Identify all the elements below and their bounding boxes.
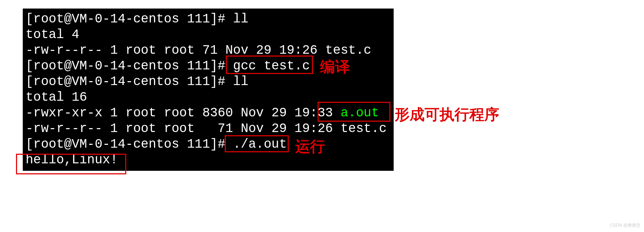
terminal-line: [root@VM-0-14-centos 111]# ./a.out	[26, 137, 391, 152]
annotation-executable: 形成可执行程序	[395, 105, 499, 125]
file-perms: -rwxr-xr-x 1 root root 8360 Nov 29 19:33	[26, 106, 341, 120]
terminal-line: [root@VM-0-14-centos 111]# ll	[26, 11, 391, 27]
terminal-window[interactable]: [root@VM-0-14-centos 111]# ll total 4 -r…	[23, 9, 394, 171]
watermark-text: CSDN @唐唐思	[610, 222, 640, 228]
annotation-compile: 编译	[320, 57, 350, 77]
terminal-output: -rw-r--r-- 1 root root 71 Nov 29 19:26 t…	[26, 121, 391, 137]
highlight-box-aout	[318, 102, 390, 122]
command-text: ll	[233, 12, 248, 26]
annotation-run: 运行	[295, 137, 325, 157]
prompt: [root@VM-0-14-centos 111]#	[26, 12, 233, 26]
prompt: [root@VM-0-14-centos 111]#	[26, 137, 233, 152]
prompt: [root@VM-0-14-centos 111]#	[26, 59, 233, 73]
terminal-output: -rw-r--r-- 1 root root 71 Nov 29 19:26 t…	[26, 43, 391, 58]
highlight-box-run	[225, 135, 289, 152]
highlight-box-hello	[16, 154, 126, 174]
command-text: ll	[233, 74, 248, 89]
prompt: [root@VM-0-14-centos 111]#	[26, 74, 233, 89]
terminal-output: total 4	[26, 27, 391, 43]
highlight-box-gcc	[226, 56, 313, 74]
